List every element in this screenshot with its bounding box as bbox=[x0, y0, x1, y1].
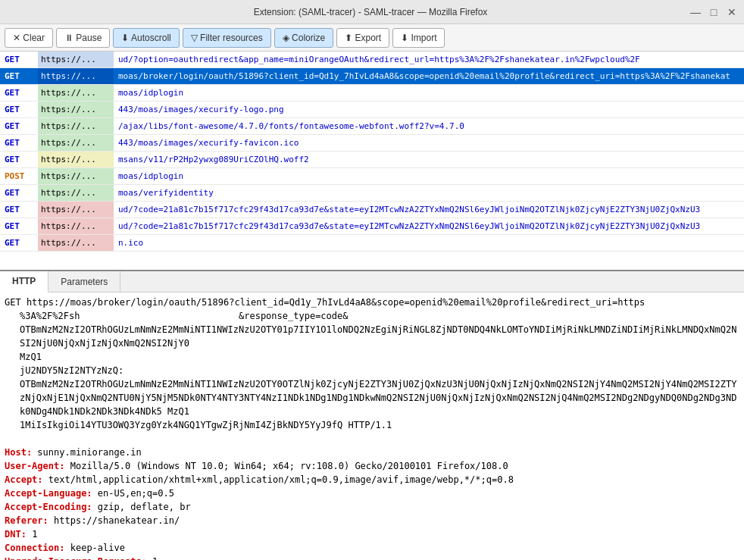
toolbar: ✕ Clear ⏸ Pause ⬇ Autoscroll ▽ Filter re… bbox=[0, 24, 744, 52]
tab-parameters[interactable]: Parameters bbox=[48, 271, 120, 293]
table-row[interactable]: GEThttps://...ud/?code=21a81c7b15f717cfc… bbox=[0, 202, 744, 218]
request-host: https://... bbox=[38, 168, 114, 184]
request-method: POST bbox=[0, 171, 38, 181]
request-host: https://... bbox=[38, 152, 114, 167]
request-url: ud/?option=oauthredirect&app_name=miniOr… bbox=[114, 55, 744, 64]
header-value: https://shanekatear.in/ bbox=[48, 515, 180, 526]
header-value: en-US,en;q=0.5 bbox=[92, 488, 174, 499]
encoded-line-3: 1MiIsIkgiOi14YTU3OWQ3Yzg0Yzk4NGQ1YTgwZjR… bbox=[5, 418, 739, 432]
request-host: https://... bbox=[38, 235, 114, 251]
detail-content: GET https://moas/broker/login/oauth/5189… bbox=[0, 293, 744, 560]
header-name: Accept-Encoding: bbox=[5, 502, 92, 512]
detail-line: Accept-Language: en-US,en;q=0.5 bbox=[5, 486, 739, 500]
request-method: GET bbox=[0, 188, 38, 198]
table-row[interactable]: GEThttps://...n.ico bbox=[0, 235, 744, 252]
request-url: moas/idplogin bbox=[114, 88, 744, 98]
pause-button[interactable]: ⏸ Pause bbox=[56, 28, 110, 48]
import-button[interactable]: ⬇ Import bbox=[392, 28, 445, 48]
window-controls: — □ ✕ bbox=[689, 6, 738, 18]
detail-line: User-Agent: Mozilla/5.0 (Windows NT 10.0… bbox=[5, 459, 739, 473]
request-host: https://... bbox=[38, 135, 114, 151]
maximize-button[interactable]: □ bbox=[708, 6, 720, 18]
header-value: text/html,application/xhtml+xml,applicat… bbox=[43, 474, 514, 485]
tabs-row: HTTPParameters bbox=[0, 271, 744, 293]
request-url: ud/?code=21a81c7b15f717cfc29f43d17ca93d7… bbox=[114, 205, 744, 214]
table-row[interactable]: GEThttps://...ud/?option=oauthredirect&a… bbox=[0, 52, 744, 68]
request-line: GET https://moas/broker/login/oauth/5189… bbox=[5, 296, 739, 309]
request-host: https://... bbox=[38, 118, 114, 134]
title-bar: Extension: (SAML-tracer) - SAML-tracer —… bbox=[0, 0, 744, 24]
request-table: GEThttps://...ud/?option=oauthredirect&a… bbox=[0, 52, 744, 271]
header-value: gzip, deflate, br bbox=[92, 502, 191, 512]
detail-line: Accept-Encoding: gzip, deflate, br bbox=[5, 500, 739, 514]
detail-line: DNT: 1 bbox=[5, 527, 739, 541]
detail-line: Accept: text/html,application/xhtml+xml,… bbox=[5, 473, 739, 486]
colorize-button[interactable]: ◈ Colorize bbox=[274, 28, 333, 48]
table-row[interactable]: GEThttps://...443/moas/images/xecurify-f… bbox=[0, 135, 744, 152]
header-value: sunny.miniorange.in bbox=[32, 447, 142, 458]
request-method: GET bbox=[0, 155, 38, 164]
close-button[interactable]: ✕ bbox=[726, 6, 738, 18]
header-name: Connection: bbox=[5, 543, 64, 553]
export-button[interactable]: ⬆ Export bbox=[336, 28, 389, 48]
detail-line: Upgrade-Insecure-Requests: 1 bbox=[5, 555, 739, 560]
request-method: GET bbox=[0, 88, 38, 98]
header-name: Accept-Language: bbox=[5, 488, 92, 499]
tab-http[interactable]: HTTP bbox=[0, 271, 48, 293]
header-name: Referer: bbox=[5, 515, 48, 526]
request-method: GET bbox=[0, 138, 38, 148]
detail-line: Host: sunny.miniorange.in bbox=[5, 446, 739, 459]
table-row[interactable]: GEThttps://...moas/idplogin bbox=[0, 85, 744, 102]
request-method: GET bbox=[0, 71, 38, 81]
request-host: https://... bbox=[38, 202, 114, 217]
encoded-line-2: OTBmNzM2NzI2OTRhOGUzLmNmNzE2MmNiNTI1NWIz… bbox=[5, 377, 739, 418]
clear-button[interactable]: ✕ Clear bbox=[5, 28, 53, 48]
header-value: 1 bbox=[147, 556, 158, 560]
table-row[interactable]: GEThttps://...443/moas/images/xecurify-l… bbox=[0, 102, 744, 118]
request-url: moas/broker/login/oauth/51896?client_id=… bbox=[114, 71, 744, 81]
request-url: msans/v11/rP2Hp2ywxg089UriCZOlHQ.woff2 bbox=[114, 155, 744, 164]
request-url: 443/moas/images/xecurify-logo.png bbox=[114, 105, 744, 114]
encoded-line-0: OTBmNzM2NzI2OTRhOGUzLmNmNzE2MmNiNTI1NWIz… bbox=[5, 323, 739, 364]
header-name: Host: bbox=[5, 447, 32, 458]
request-url: moas/verifyidentity bbox=[114, 188, 744, 198]
request-host: https://... bbox=[38, 68, 114, 84]
request-host: https://... bbox=[38, 218, 114, 234]
request-url: /ajax/libs/font-awesome/4.7.0/fonts/font… bbox=[114, 121, 744, 131]
header-name: Upgrade-Insecure-Requests: bbox=[5, 556, 147, 560]
header-value: keep-alive bbox=[64, 543, 124, 553]
request-url: ud/?code=21a81c7b15f717cfc29f43d17ca93d7… bbox=[114, 221, 744, 231]
detail-line: Referer: https://shanekatear.in/ bbox=[5, 514, 739, 527]
header-value: 1 bbox=[27, 529, 37, 540]
table-row[interactable]: GEThttps://...msans/v11/rP2Hp2ywxg089Uri… bbox=[0, 152, 744, 168]
request-line-2: %3A%2F%2Fsh &response_type=code& bbox=[5, 309, 739, 323]
request-url: n.ico bbox=[114, 238, 744, 248]
request-host: https://... bbox=[38, 85, 114, 101]
request-host: https://... bbox=[38, 102, 114, 117]
request-method: GET bbox=[0, 121, 38, 131]
request-method: GET bbox=[0, 55, 38, 64]
table-row[interactable]: POSThttps://...moas/idplogin bbox=[0, 168, 744, 185]
request-method: GET bbox=[0, 105, 38, 114]
request-method: GET bbox=[0, 238, 38, 248]
table-row[interactable]: GEThttps://.../ajax/libs/font-awesome/4.… bbox=[0, 118, 744, 135]
header-name: Accept: bbox=[5, 474, 43, 485]
bottom-panel: HTTPParameters GET https://moas/broker/l… bbox=[0, 271, 744, 560]
detail-line: Connection: keep-alive bbox=[5, 541, 739, 555]
encoded-line-1: jU2NDY5NzI2NTYzNzQ: bbox=[5, 364, 739, 377]
request-url: moas/idplogin bbox=[114, 171, 744, 181]
request-host: https://... bbox=[38, 185, 114, 201]
request-url: 443/moas/images/xecurify-favicon.ico bbox=[114, 138, 744, 148]
request-method: GET bbox=[0, 205, 38, 214]
autoscroll-button[interactable]: ⬇ Autoscroll bbox=[113, 28, 179, 48]
header-name: DNT: bbox=[5, 529, 27, 540]
request-host: https://... bbox=[38, 52, 114, 67]
table-row[interactable]: GEThttps://...moas/broker/login/oauth/51… bbox=[0, 68, 744, 85]
header-value: Mozilla/5.0 (Windows NT 10.0; Win64; x64… bbox=[64, 461, 508, 471]
table-row[interactable]: GEThttps://...ud/?code=21a81c7b15f717cfc… bbox=[0, 218, 744, 235]
header-name: User-Agent: bbox=[5, 461, 64, 471]
minimize-button[interactable]: — bbox=[689, 6, 702, 18]
filter-resources-button[interactable]: ▽ Filter resources bbox=[183, 28, 271, 48]
window-title: Extension: (SAML-tracer) - SAML-tracer —… bbox=[52, 7, 689, 17]
table-row[interactable]: GEThttps://...moas/verifyidentity bbox=[0, 185, 744, 202]
